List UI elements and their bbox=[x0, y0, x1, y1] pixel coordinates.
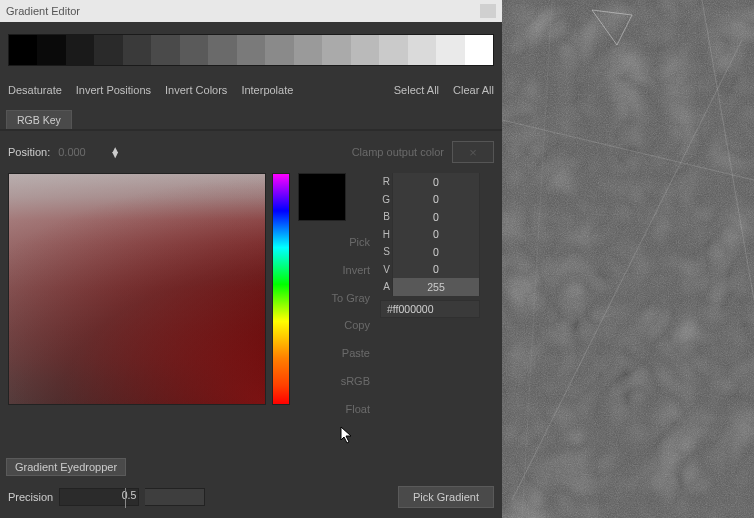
cursor-icon bbox=[340, 426, 354, 444]
gradient-stop[interactable] bbox=[408, 35, 436, 65]
gradient-stop[interactable] bbox=[151, 35, 179, 65]
channel-label-v: V bbox=[380, 264, 392, 275]
gradient-preview[interactable] bbox=[8, 34, 494, 66]
channel-label-a: A bbox=[380, 281, 392, 292]
channel-label-h: H bbox=[380, 229, 392, 240]
close-icon: × bbox=[469, 145, 477, 160]
gradient-stop[interactable] bbox=[66, 35, 94, 65]
channel-label-s: S bbox=[380, 246, 392, 257]
channel-label-b: B bbox=[380, 211, 392, 222]
svg-rect-2 bbox=[502, 0, 754, 518]
channel-h-value[interactable]: 0 bbox=[392, 226, 480, 244]
hue-slider[interactable] bbox=[272, 173, 290, 405]
gradient-eyedropper-button[interactable]: Gradient Eyedropper bbox=[6, 458, 126, 476]
texture-preview bbox=[502, 0, 754, 518]
picker-area: Pick Invert To Gray Copy Paste sRGB Floa… bbox=[0, 173, 502, 420]
channel-column: R0 G0 B0 H0 S0 V0 A255 #ff000000 bbox=[380, 173, 480, 420]
channel-s-value[interactable]: 0 bbox=[392, 243, 480, 261]
title-bar: Gradient Editor bbox=[0, 0, 502, 22]
gradient-stop[interactable] bbox=[180, 35, 208, 65]
pick-gradient-button[interactable]: Pick Gradient bbox=[398, 486, 494, 508]
pick-button[interactable]: Pick bbox=[349, 233, 370, 253]
channel-a-value[interactable]: 255 bbox=[392, 278, 480, 296]
position-row: Position: 0.000 ▲ ▼ Clamp output color × bbox=[0, 131, 502, 173]
position-value[interactable]: 0.000 bbox=[58, 146, 102, 158]
srgb-button[interactable]: sRGB bbox=[341, 372, 370, 392]
precision-row: Precision 0.5 Pick Gradient bbox=[8, 486, 494, 508]
gradient-stop[interactable] bbox=[123, 35, 151, 65]
to-gray-button[interactable]: To Gray bbox=[331, 289, 370, 309]
position-spinner[interactable]: ▲ ▼ bbox=[110, 147, 120, 157]
gradient-stop[interactable] bbox=[208, 35, 236, 65]
invert-colors-button[interactable]: Invert Colors bbox=[165, 84, 227, 96]
gradient-stop[interactable] bbox=[237, 35, 265, 65]
gradient-stop[interactable] bbox=[322, 35, 350, 65]
gradient-stop[interactable] bbox=[465, 35, 493, 65]
sv-picker[interactable] bbox=[8, 173, 266, 405]
clamp-toggle[interactable]: × bbox=[452, 141, 494, 163]
editor-panel: Gradient Editor Desaturate Invert Positi… bbox=[0, 0, 502, 518]
clamp-label: Clamp output color bbox=[352, 146, 444, 158]
window-title: Gradient Editor bbox=[6, 5, 80, 17]
copy-button[interactable]: Copy bbox=[344, 316, 370, 336]
gradient-stop[interactable] bbox=[436, 35, 464, 65]
tab-rgb-key[interactable]: RGB Key bbox=[6, 110, 72, 129]
hex-field[interactable]: #ff000000 bbox=[380, 300, 480, 318]
chevron-down-icon[interactable]: ▼ bbox=[110, 152, 120, 157]
channel-b-value[interactable]: 0 bbox=[392, 208, 480, 226]
tab-row: RGB Key bbox=[0, 110, 502, 131]
channel-r-value[interactable]: 0 bbox=[392, 173, 480, 191]
gradient-stop[interactable] bbox=[294, 35, 322, 65]
position-label: Position: bbox=[8, 146, 50, 158]
mid-actions: Pick Invert To Gray Copy Paste sRGB Floa… bbox=[296, 173, 374, 420]
invert-positions-button[interactable]: Invert Positions bbox=[76, 84, 151, 96]
gradient-stop[interactable] bbox=[351, 35, 379, 65]
channel-label-r: R bbox=[380, 176, 392, 187]
preview-panel bbox=[502, 0, 754, 518]
paste-button[interactable]: Paste bbox=[342, 344, 370, 364]
close-icon[interactable] bbox=[480, 4, 496, 18]
channel-g-value[interactable]: 0 bbox=[392, 191, 480, 209]
gradient-stop[interactable] bbox=[37, 35, 65, 65]
select-all-button[interactable]: Select All bbox=[394, 84, 439, 96]
precision-slider[interactable] bbox=[145, 488, 205, 506]
gradient-stop[interactable] bbox=[265, 35, 293, 65]
precision-label: Precision bbox=[8, 491, 53, 503]
clear-all-button[interactable]: Clear All bbox=[453, 84, 494, 96]
float-button[interactable]: Float bbox=[346, 400, 370, 420]
precision-input[interactable]: 0.5 bbox=[59, 488, 139, 506]
invert-button[interactable]: Invert bbox=[342, 261, 370, 281]
current-color-swatch[interactable] bbox=[298, 173, 346, 221]
channel-label-g: G bbox=[380, 194, 392, 205]
channel-v-value[interactable]: 0 bbox=[392, 261, 480, 279]
gradient-stop[interactable] bbox=[9, 35, 37, 65]
gradient-stop[interactable] bbox=[379, 35, 407, 65]
operations-row: Desaturate Invert Positions Invert Color… bbox=[0, 84, 502, 96]
gradient-stop[interactable] bbox=[94, 35, 122, 65]
desaturate-button[interactable]: Desaturate bbox=[8, 84, 62, 96]
interpolate-button[interactable]: Interpolate bbox=[241, 84, 293, 96]
